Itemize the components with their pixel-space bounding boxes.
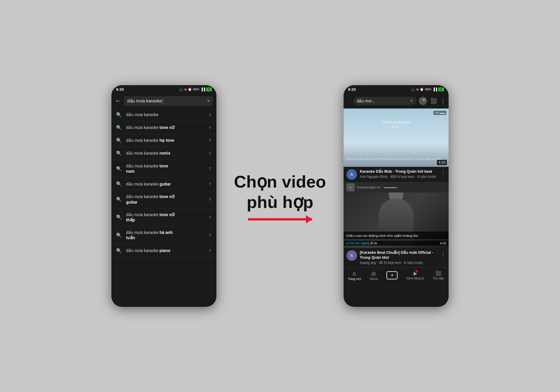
suggestion-item-9[interactable]: 🔍 dấu mưa karaoke hà anhtuấn ↗ [111,226,216,244]
search-icon-8: 🔍 [116,214,122,220]
clear-search-button[interactable]: × [207,98,210,104]
highlight-text: Là lúc em ngang ối ta [346,241,377,245]
video-sub-2: hoang duy · 96 N lượt xem · 8 năm trước [360,261,438,265]
plus-icon: + [391,272,394,279]
suggestions-list: 🔍 dấu mưa karaoke ↗ 🔍 dấu mưa karaoke to… [111,108,216,257]
suggestion-item-2[interactable]: 🔍 dấu mưa karaoke tone nữ ↗ [111,121,216,134]
search-input-container[interactable]: dấu mưa karaoke × [124,96,213,106]
suggestion-text-4: dấu mưa karaoke remix [126,150,204,156]
video-more-1[interactable]: ⋮ [440,169,446,176]
suggestion-item-5[interactable]: 🔍 dấu mưa karaoke tonenam ↗ [111,160,216,178]
right-phone: 6:33 🎧 ⊕ ⏰ WiFi ▐▐ 95 ← dấu mư... × 🎤 ⬛ … [344,85,449,307]
home-label: Trang chủ [348,277,361,281]
suggestion-text-1: dấu mưa karaoke [126,112,204,117]
channel-logo: ▬ [346,183,355,191]
suggestion-item-10[interactable]: 🔍 dấu mưa karaoke piano ↗ [111,244,216,257]
home-icon: ⌂ [353,270,356,277]
right-alarm-icon: ⏰ [420,88,424,91]
search-input-value: dấu mưa karaoke [127,98,162,103]
video-thumbnail-2[interactable]: Chiều cuối con đường mình nhìn ngắm hoàn… [344,192,449,248]
channel-avatar-2: h [346,250,357,261]
yt-search-box[interactable]: dấu mư... × [354,97,416,105]
suggestion-text-5: dấu mưa karaoke tonenam [126,163,204,174]
nav-subscriptions[interactable]: ▶ Kênh đăng ký [406,271,424,280]
video-title-2: [Karaoke Beat Chuẩn] Dấu mưa Official - … [360,250,438,260]
left-status-bar: 6:33 🎧 ⊕ ⏰ WiFi ▐▐ 95 [111,85,216,93]
left-phone: 6:33 🎧 ⊕ ⏰ WiFi ▐▐ 95 ← dấu mưa karaoke … [111,85,216,307]
suggestion-item-8[interactable]: 🔍 dấu mưa karaoke tone nữthấp ↗ [111,209,216,226]
red-arrow [248,218,312,220]
library-label: Thư viện [433,277,444,280]
video-list: CW ▬▬ Vợ em mưa đi qua để lại... Video k… [344,108,449,267]
yt-back-button[interactable]: ← [346,98,351,104]
video-more-2[interactable]: ⋮ [440,250,446,257]
right-time: 6:33 [348,87,356,92]
duration-2-overlay: 4:20 [440,242,446,245]
arrow-icon-6: ↗ [207,181,213,187]
arrow-icon-9: ↗ [207,232,213,238]
suggestion-item-1[interactable]: 🔍 dấu mưa karaoke ↗ [111,108,216,121]
arrow-icon-1: ↗ [207,112,213,118]
suggestion-text-7: dấu mưa karaoke tone nữguitar [126,194,204,204]
suggestion-item-7[interactable]: 🔍 dấu mưa karaoke tone nữguitar ↗ [111,190,216,208]
video-info-1[interactable]: A Karaoke Dấu Mưa - Trung Quân full beat… [344,167,449,182]
thumbnail-bottom-text: Video karaoke được phát chính thức tại N… [346,158,446,160]
main-container: 6:33 🎧 ⊕ ⏰ WiFi ▐▐ 95 ← dấu mưa karaoke … [0,0,560,392]
nav-shorts[interactable]: ◎ Shorts [370,270,378,281]
alarm-icon: ⏰ [188,88,192,91]
suggestion-item-6[interactable]: 🔍 dấu mưa karaoke guitar ↗ [111,178,216,190]
thumbnail-text-area: Vợ em mưa đi qua để lại... [382,120,410,129]
yt-mic-button[interactable]: 🎤 [419,97,427,105]
suggestion-text-6: dấu mưa karaoke guitar [126,181,204,187]
suggestion-text-3: dấu mưa karaoke hạ tone [126,138,204,143]
search-icon-9: 🔍 [116,232,122,238]
bottom-nav: ⌂ Trang chủ ◎ Shorts + ▶ Kênh đăng ký ⬛ … [344,267,449,284]
subscriptions-icon: ▶ [414,271,417,276]
library-icon: ⬛ [435,271,441,276]
thumbnail-sub-text: để lại... [382,125,410,129]
search-input-text-area: dấu mưa karaoke [127,98,163,104]
left-time: 6:33 [116,87,124,92]
right-battery-icon: 95 [438,88,444,91]
left-search-bar: ← dấu mưa karaoke × [111,93,216,108]
battery-icon: 95 [206,88,212,91]
nav-library[interactable]: ⬛ Thư viện [433,271,444,280]
subscriptions-label: Kênh đăng ký [406,277,424,280]
search-icon-7: 🔍 [116,197,122,202]
arrow-icon-10: ↗ [207,248,213,253]
channel-avatar-1: A [346,169,357,180]
wifi-icon: WiFi [193,88,200,91]
video-meta-2: [Karaoke Beat Chuẩn] Dấu mưa Official - … [360,250,438,265]
right-signal-icon: ▐▐ [433,88,437,91]
video-thumbnail-1[interactable]: CW ▬▬ Vợ em mưa đi qua để lại... Video k… [344,108,449,167]
right-wifi-icon: WiFi [425,88,431,91]
yt-search-bar: ← dấu mư... × 🎤 ⬛ ⋮ [344,93,449,108]
suggestion-item-3[interactable]: 🔍 dấu mưa karaoke hạ tone ↗ [111,134,216,147]
video-sub-1: Anh Nguyên Đình · 858 N lượt xem · 8 năm… [360,175,438,179]
yt-cast-button[interactable]: ⬛ [430,98,437,104]
arrow-icon-8: ↗ [207,214,213,220]
nav-add[interactable]: + [386,271,398,279]
video-info-2[interactable]: h [Karaoke Beat Chuẩn] Dấu mưa Official … [344,248,449,267]
nav-home[interactable]: ⌂ Trang chủ [348,270,361,281]
instruction-line1: Chọn video [234,172,326,192]
add-button[interactable]: + [386,271,398,279]
video-subtitle-bar: Chiều cuối con đường mình nhìn ngắm hoàn… [344,232,449,239]
search-icon-1: 🔍 [116,112,122,118]
video-title-1: Karaoke Dấu Mưa - Trung Quân full beat [360,169,438,174]
shorts-icon: ◎ [371,270,376,277]
signal-icon: ▐▐ [201,88,205,91]
suggestion-text-2: dấu mưa karaoke tone nữ [126,125,204,130]
suggestion-text-8: dấu mưa karaoke tone nữthấp [126,212,204,223]
text-cursor [162,99,163,104]
right-circle-icon: ⊕ [416,88,419,91]
highlight-white: ối ta [370,241,377,245]
yt-more-button[interactable]: ⋮ [440,98,446,104]
search-icon-6: 🔍 [116,181,122,187]
suggestion-item-4[interactable]: 🔍 dấu mưa karaoke remix ↗ [111,147,216,160]
thumbnail-main-text: Vợ em mưa đi qua [382,120,410,124]
yt-clear-button[interactable]: × [410,98,413,104]
back-button[interactable]: ← [115,97,121,105]
circle-icon: ⊕ [184,88,187,91]
search-icon-5: 🔍 [116,166,122,172]
